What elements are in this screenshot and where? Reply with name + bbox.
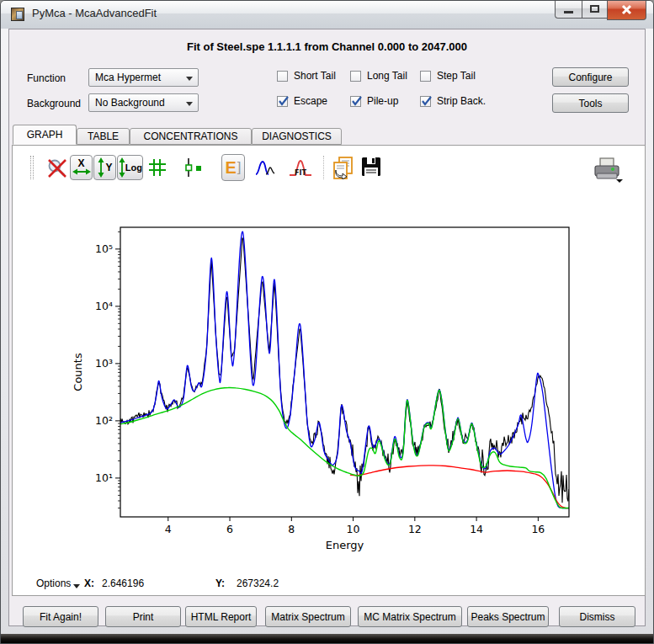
- function-select-value: Mca Hypermet: [95, 72, 161, 83]
- fit-peak-icon: FIT: [289, 158, 312, 178]
- fit-action-button[interactable]: FIT: [289, 158, 312, 178]
- checkbox-strip-back[interactable]: Strip Back.: [420, 95, 486, 107]
- options-dropdown-icon[interactable]: [73, 584, 80, 588]
- x-autoscale-button[interactable]: X: [70, 155, 93, 180]
- svg-text:10⁵: 10⁵: [95, 242, 113, 255]
- print-report-button[interactable]: Print: [105, 606, 181, 627]
- svg-text:10: 10: [347, 523, 360, 535]
- copy-to-clipboard-button[interactable]: [332, 156, 355, 179]
- svg-text:4: 4: [165, 523, 172, 535]
- energy-toggle-label: E: [225, 158, 236, 178]
- fit-display-button[interactable]: [255, 159, 275, 176]
- grid-icon: [147, 157, 167, 178]
- app-icon: [11, 8, 24, 21]
- y-autoscale-button[interactable]: Y: [93, 155, 116, 180]
- cursor-x-label: X:: [84, 577, 94, 589]
- peak-markers-icon: [183, 157, 205, 178]
- svg-text:10³: 10³: [95, 357, 113, 370]
- svg-text:8: 8: [288, 523, 295, 535]
- checkbox-escape[interactable]: Escape: [277, 95, 327, 107]
- close-button[interactable]: [607, 0, 646, 20]
- chevron-down-icon: [186, 102, 193, 106]
- window-title: PyMca - McaAdvancedFit: [32, 7, 157, 19]
- svg-text:16: 16: [531, 523, 545, 535]
- checkbox-label: Pile-up: [367, 95, 398, 107]
- checkbox-box: [350, 96, 361, 107]
- configure-button[interactable]: Configure: [552, 67, 629, 87]
- log-toggle-label: Log: [125, 163, 142, 172]
- tools-button[interactable]: Tools: [552, 93, 629, 113]
- tab-concentrations[interactable]: CONCENTRATIONS: [130, 128, 252, 145]
- svg-text:10²: 10²: [95, 414, 113, 427]
- maximize-button[interactable]: [582, 0, 607, 19]
- mc-matrix-spectrum-button[interactable]: MC Matrix Spectrum: [358, 606, 462, 627]
- checkbox-label: Step Tail: [437, 70, 476, 82]
- fit-again-button[interactable]: Fit Again!: [23, 606, 98, 627]
- checkbox-box: [277, 71, 288, 82]
- checkbox-label: Long Tail: [367, 70, 407, 82]
- background-select[interactable]: No Background: [88, 93, 199, 112]
- checkbox-pile-up[interactable]: Pile-up: [350, 95, 398, 107]
- cursor-y-label: Y:: [215, 577, 225, 589]
- checkbox-label: Short Tail: [294, 70, 336, 82]
- mca-advanced-fit-dialog: Fit of Steel.spe 1.1.1.1 from Channel 0.…: [8, 29, 646, 626]
- svg-text:10⁴: 10⁴: [95, 300, 113, 312]
- svg-text:FIT: FIT: [295, 169, 306, 177]
- fit-header-title: Fit of Steel.spe 1.1.1.1 from Channel 0.…: [9, 40, 645, 53]
- log-toggle-button[interactable]: Log: [117, 155, 143, 180]
- maximize-icon: [590, 5, 599, 13]
- checkbox-label: Strip Back.: [437, 95, 486, 107]
- application-window: PyMca - McaAdvancedFit Fit of Steel.spe …: [0, 0, 654, 644]
- svg-text:Counts: Counts: [72, 353, 84, 391]
- vertical-arrows-icon: [97, 157, 105, 178]
- window-controls: [555, 0, 646, 20]
- checkbox-step-tail[interactable]: Step Tail: [420, 70, 476, 82]
- energy-toggle-button[interactable]: E ]: [221, 154, 245, 181]
- checkbox-box: [350, 71, 361, 82]
- options-button[interactable]: Options: [36, 577, 71, 589]
- matrix-spectrum-button[interactable]: Matrix Spectrum: [265, 606, 351, 627]
- svg-text:14: 14: [470, 523, 483, 535]
- function-label: Function: [27, 72, 66, 84]
- svg-text:Energy: Energy: [326, 539, 364, 551]
- fit-curve-icon: [255, 159, 275, 176]
- checkbox-label: Escape: [294, 95, 327, 107]
- titlebar[interactable]: PyMca - McaAdvancedFit: [1, 1, 653, 29]
- chevron-down-icon: [186, 77, 193, 81]
- checkbox-box: [277, 96, 288, 107]
- peak-markers-button[interactable]: [183, 157, 205, 178]
- dismiss-button[interactable]: Dismiss: [559, 606, 635, 627]
- vertical-arrows-icon: [118, 157, 125, 178]
- printer-icon: [590, 157, 625, 184]
- peaks-spectrum-button[interactable]: Peaks Spectrum: [467, 606, 549, 627]
- background-select-value: No Background: [95, 97, 165, 109]
- horizontal-arrows-icon: [72, 168, 91, 176]
- minimize-icon: [564, 11, 573, 13]
- zoom-reset-button[interactable]: [46, 157, 68, 179]
- spectrum-chart[interactable]: 10¹10²10³10⁴10⁵46810121416EnergyCounts: [70, 206, 642, 564]
- toolbar-handle[interactable]: [30, 156, 34, 179]
- function-select[interactable]: Mca Hypermet: [88, 68, 199, 87]
- grid-toggle-button[interactable]: [147, 157, 167, 178]
- save-button[interactable]: [361, 157, 381, 177]
- zoom-reset-icon: [46, 157, 68, 179]
- save-icon: [361, 157, 381, 177]
- tab-table[interactable]: TABLE: [77, 128, 130, 145]
- checkbox-long-tail[interactable]: Long Tail: [350, 70, 407, 82]
- graph-tab-panel: X Y Log: [12, 145, 646, 596]
- tab-diagnostics[interactable]: DIAGNOSTICS: [252, 128, 342, 145]
- tab-graph[interactable]: GRAPH: [13, 125, 77, 145]
- minimize-button[interactable]: [555, 0, 582, 19]
- background-label: Background: [27, 98, 81, 109]
- svg-text:6: 6: [226, 523, 233, 535]
- checkbox-short-tail[interactable]: Short Tail: [277, 70, 336, 82]
- checkbox-box: [420, 96, 431, 107]
- print-button[interactable]: [590, 157, 625, 184]
- checkbox-box: [420, 71, 431, 82]
- energy-bracket: ]: [237, 159, 242, 176]
- clipboard-icon: [332, 156, 355, 179]
- x-autoscale-label: X: [77, 159, 84, 168]
- y-autoscale-label: Y: [105, 163, 112, 172]
- html-report-button[interactable]: HTML Report: [185, 606, 257, 627]
- svg-text:10¹: 10¹: [95, 471, 113, 484]
